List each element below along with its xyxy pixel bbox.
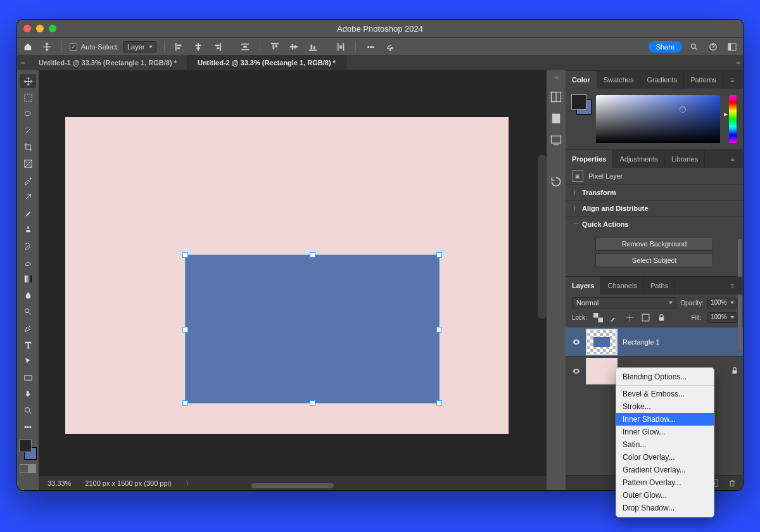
blend-mode-dropdown[interactable]: Normal bbox=[572, 297, 676, 308]
menu-item[interactable]: Drop Shadow... bbox=[616, 502, 714, 514]
healing-brush-tool[interactable] bbox=[20, 189, 36, 203]
resize-handle[interactable] bbox=[183, 327, 187, 332]
distribute-v-icon[interactable] bbox=[334, 40, 348, 54]
color-cursor[interactable] bbox=[680, 106, 686, 113]
quick-mask-button[interactable] bbox=[20, 464, 36, 473]
tab-properties[interactable]: Properties bbox=[566, 150, 613, 168]
type-tool[interactable] bbox=[20, 338, 36, 352]
color-field[interactable] bbox=[596, 95, 720, 143]
align-bottom-icon[interactable] bbox=[306, 40, 320, 54]
gradient-tool[interactable] bbox=[20, 272, 36, 286]
tab-patterns[interactable]: Patterns bbox=[684, 71, 723, 89]
panel-icon[interactable] bbox=[550, 134, 562, 146]
quick-actions-section[interactable]: 〉Quick Actions bbox=[566, 216, 743, 232]
fill-field[interactable]: 100% bbox=[707, 312, 737, 323]
frame-tool[interactable] bbox=[20, 156, 36, 170]
tab-adjustments[interactable]: Adjustments bbox=[613, 150, 665, 168]
select-subject-button[interactable]: Select Subject bbox=[595, 253, 713, 267]
transform-section[interactable]: 〉Transform bbox=[566, 184, 743, 200]
document-tab[interactable]: Untitled-2 @ 33.3% (Rectangle 1, RGB/8) … bbox=[187, 55, 346, 70]
layer-item[interactable]: Rectangle 1 bbox=[566, 327, 743, 356]
menu-item[interactable]: Pattern Overlay... bbox=[616, 476, 714, 489]
auto-select-dropdown[interactable]: Layer bbox=[123, 41, 157, 53]
crop-tool[interactable] bbox=[20, 140, 36, 154]
remove-background-button[interactable]: Remove Background bbox=[595, 237, 713, 251]
menu-item[interactable]: Outer Glow... bbox=[616, 489, 714, 502]
distribute-h-icon[interactable] bbox=[238, 40, 252, 54]
collapse-strip-icon[interactable]: ≪ bbox=[554, 75, 559, 80]
tab-channels[interactable]: Channels bbox=[601, 277, 643, 294]
lock-icon[interactable] bbox=[730, 366, 739, 376]
document-canvas[interactable] bbox=[65, 117, 509, 434]
menu-item[interactable]: Color Overlay... bbox=[616, 451, 714, 464]
path-selection-tool[interactable] bbox=[20, 354, 36, 368]
auto-select-checkbox[interactable]: ✓ bbox=[70, 43, 77, 51]
panel-menu-icon[interactable]: ≡ bbox=[730, 76, 739, 84]
opacity-field[interactable]: 100% bbox=[707, 298, 737, 308]
visibility-toggle-icon[interactable] bbox=[572, 367, 581, 376]
menu-item[interactable]: Stroke... bbox=[616, 400, 714, 413]
menu-item[interactable]: Blending Options... bbox=[616, 370, 714, 383]
more-options-icon[interactable]: ••• bbox=[364, 40, 377, 54]
menu-item[interactable]: Inner Shadow... bbox=[616, 413, 714, 426]
panel-icon[interactable] bbox=[550, 91, 562, 103]
edit-toolbar-icon[interactable]: ••• bbox=[20, 420, 36, 434]
align-right-icon[interactable] bbox=[210, 40, 224, 54]
eraser-tool[interactable] bbox=[20, 255, 36, 269]
align-center-h-icon[interactable] bbox=[191, 40, 205, 54]
pen-tool[interactable] bbox=[20, 321, 36, 335]
lock-all-icon[interactable] bbox=[657, 313, 666, 322]
resize-handle[interactable] bbox=[437, 327, 441, 332]
resize-handle[interactable] bbox=[183, 253, 187, 257]
search-icon[interactable] bbox=[687, 40, 701, 54]
tab-paths[interactable]: Paths bbox=[644, 277, 675, 294]
share-button[interactable]: Share bbox=[649, 41, 682, 53]
lock-artboard-icon[interactable] bbox=[641, 313, 650, 322]
hand-tool[interactable] bbox=[20, 387, 36, 401]
brush-tool[interactable] bbox=[20, 206, 36, 220]
resize-handle[interactable] bbox=[310, 253, 315, 257]
align-middle-v-icon[interactable] bbox=[287, 40, 301, 54]
zoom-level[interactable]: 33.33% bbox=[48, 479, 71, 487]
layer-name[interactable]: Rectangle 1 bbox=[623, 338, 739, 346]
history-brush-tool[interactable] bbox=[20, 239, 36, 253]
menu-item[interactable]: Bevel & Emboss... bbox=[616, 388, 714, 400]
layer-thumbnail[interactable] bbox=[587, 330, 616, 354]
rectangle-tool[interactable] bbox=[20, 370, 36, 384]
horizontal-scrollbar[interactable] bbox=[251, 483, 334, 488]
expand-tabs-icon[interactable]: ≫ bbox=[17, 60, 28, 65]
align-top-icon[interactable] bbox=[268, 40, 282, 54]
panel-icon[interactable] bbox=[550, 175, 562, 188]
resize-handle[interactable] bbox=[437, 253, 441, 257]
lasso-tool[interactable] bbox=[20, 107, 36, 121]
align-left-icon[interactable] bbox=[172, 40, 186, 54]
blur-tool[interactable] bbox=[20, 288, 36, 302]
gear-icon[interactable] bbox=[383, 40, 396, 54]
resize-handle[interactable] bbox=[310, 401, 315, 405]
properties-scrollbar[interactable] bbox=[738, 239, 742, 350]
menu-item[interactable]: Inner Glow... bbox=[616, 426, 714, 438]
lock-image-icon[interactable] bbox=[609, 313, 619, 322]
color-swatch-pair[interactable] bbox=[572, 95, 591, 114]
hue-slider[interactable]: ▶ bbox=[729, 95, 737, 143]
lock-position-icon[interactable] bbox=[625, 313, 635, 322]
status-next-icon[interactable]: 〉 bbox=[186, 479, 193, 488]
marquee-tool[interactable] bbox=[20, 91, 36, 104]
align-section[interactable]: 〉Align and Distribute bbox=[566, 200, 743, 216]
magic-wand-tool[interactable] bbox=[20, 124, 36, 137]
tab-swatches[interactable]: Swatches bbox=[597, 71, 641, 89]
clone-stamp-tool[interactable] bbox=[20, 222, 36, 236]
vertical-scrollbar[interactable] bbox=[538, 155, 547, 319]
layer-thumbnail[interactable] bbox=[587, 359, 616, 383]
tab-color[interactable]: Color bbox=[566, 71, 597, 89]
panel-menu-icon[interactable]: ≡ bbox=[730, 282, 739, 289]
tab-gradients[interactable]: Gradients bbox=[640, 71, 684, 89]
lock-transparency-icon[interactable] bbox=[593, 313, 603, 322]
tab-libraries[interactable]: Libraries bbox=[665, 150, 705, 168]
home-button[interactable] bbox=[21, 40, 35, 54]
zoom-tool[interactable] bbox=[20, 403, 36, 417]
close-window-button[interactable] bbox=[23, 25, 31, 32]
dodge-tool[interactable] bbox=[20, 305, 36, 319]
panel-icon[interactable] bbox=[550, 112, 562, 125]
document-canvas-area[interactable]: 33.33% 2100 px x 1500 px (300 ppi) 〉 bbox=[39, 70, 547, 490]
